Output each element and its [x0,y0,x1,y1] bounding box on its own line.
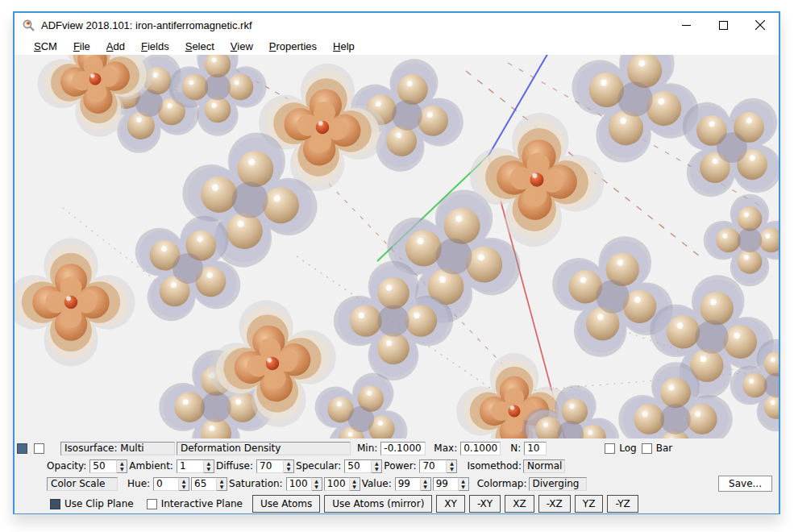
sat2-spinner[interactable]: ▲▼ [350,477,360,491]
isosurface-visible-checkbox[interactable] [34,443,44,454]
menu-item-properties[interactable]: Properties [261,39,325,54]
diffuse-input[interactable]: 70 [256,459,284,473]
xz-button[interactable]: XZ [505,495,534,513]
isosurface-type-box[interactable]: Isosurface: Multi [60,442,175,455]
isosurface-row: Isosurface: Multi Deformation Density Mi… [15,441,779,455]
maximize-icon [719,21,728,30]
molecule-scene [15,55,779,438]
minimize-icon [682,21,691,30]
3d-viewport[interactable] [15,55,779,438]
colormap-label: Colormap: [477,478,527,489]
interactive-plane-label: Interactive Plane [161,498,243,509]
xz-button[interactable]: -XZ [538,495,571,513]
menu-item-fields[interactable]: Fields [133,39,177,54]
max-input[interactable]: 0.1000 [460,442,501,455]
magnifier-icon [22,19,35,32]
sat1-input[interactable]: 100 [286,477,312,491]
use-atoms-button[interactable]: Use Atoms [252,495,320,513]
window-title: ADFview 2018.101: iron-antiferromagnetic… [41,19,252,31]
hue1-spinner[interactable]: ▲▼ [179,477,189,491]
use-clip-plane-label: Use Clip Plane [64,498,134,509]
field-name-box[interactable]: Deformation Density [177,442,351,455]
log-label: Log [619,443,636,454]
menu-item-help[interactable]: Help [325,39,363,54]
yz-button[interactable]: YZ [575,495,604,513]
value-label: Value: [362,478,392,489]
sat1-spinner[interactable]: ▲▼ [312,477,322,491]
use-atoms-mirror-button[interactable]: Use Atoms (mirror) [324,495,432,513]
close-button[interactable] [742,13,779,37]
menu-item-select[interactable]: Select [177,39,222,54]
app-window: ADFview 2018.101: iron-antiferromagnetic… [13,11,780,514]
val2-spinner[interactable]: ▲▼ [459,477,469,491]
sat2-input[interactable]: 100 [324,477,350,491]
specular-input[interactable]: 50 [344,459,372,473]
menu-item-add[interactable]: Add [98,39,133,54]
field-color-swatch[interactable] [17,443,27,454]
control-panel: Isosurface: Multi Deformation Density Mi… [15,438,779,513]
xy-button[interactable]: XY [436,495,465,513]
menu-item-scm[interactable]: SCM [26,39,65,54]
use-clip-plane-checkbox[interactable] [50,499,60,509]
menu-item-file[interactable]: File [65,39,98,54]
max-label: Max: [434,443,457,454]
yz-button[interactable]: -YZ [607,495,638,513]
ambient-spinner[interactable]: ▲▼ [204,459,214,473]
log-checkbox[interactable] [605,443,615,454]
minimize-button[interactable] [667,13,705,37]
opacity-spinner[interactable]: ▲▼ [117,459,127,473]
colormap-select[interactable]: Diverging [529,477,587,491]
diffuse-spinner[interactable]: ▲▼ [284,459,294,473]
save-button[interactable]: Save... [718,476,772,492]
val1-input[interactable]: 99 [395,477,421,491]
interactive-plane-checkbox[interactable] [147,499,157,509]
hue1-input[interactable]: 0 [153,477,179,491]
menu-bar: SCMFileAddFieldsSelectViewPropertiesHelp [15,37,779,55]
power-label: Power: [384,460,416,472]
val2-input[interactable]: 99 [433,477,459,491]
val1-spinner[interactable]: ▲▼ [421,477,431,491]
plane-buttons: Use AtomsUse Atoms (mirror)XY-XYXZ-XZYZ-… [252,495,638,513]
hue2-input[interactable]: 65 [191,477,217,491]
hue-label: Hue: [127,478,150,489]
min-input[interactable]: -0.1000 [380,442,426,455]
maximize-button[interactable] [705,13,742,37]
n-input[interactable]: 10 [524,442,547,455]
isomethod-label: Isomethod: [467,460,522,472]
bar-label: Bar [656,443,673,454]
close-icon [755,20,765,30]
specular-spinner[interactable]: ▲▼ [372,459,382,473]
specular-label: Specular: [296,460,341,472]
opacity-input[interactable]: 50 [89,459,117,473]
power-spinner[interactable]: ▲▼ [447,459,457,473]
ambient-input[interactable]: 1 [177,459,204,473]
bar-checkbox[interactable] [642,443,652,454]
xy-button[interactable]: -XY [469,495,501,513]
diffuse-label: Diffuse: [216,460,253,472]
color-row: Color Scale Hue: 0▲▼ 65▲▼ Saturation: 10… [15,476,779,492]
shading-row: Opacity: 50▲▼ Ambient: 1▲▼ Diffuse: 70▲▼… [15,458,779,474]
n-label: N: [510,443,521,454]
clip-plane-row: Use Clip Plane Interactive Plane Use Ato… [15,494,779,513]
color-scale-select[interactable]: Color Scale [47,477,118,491]
power-input[interactable]: 70 [419,459,447,473]
min-label: Min: [357,443,377,454]
ambient-label: Ambient: [129,460,173,472]
title-bar: ADFview 2018.101: iron-antiferromagnetic… [15,13,779,37]
isomethod-select[interactable]: Normal [523,459,565,473]
saturation-label: Saturation: [229,478,283,489]
menu-item-view[interactable]: View [222,39,261,54]
opacity-label: Opacity: [47,460,86,472]
hue2-spinner[interactable]: ▲▼ [217,477,227,491]
